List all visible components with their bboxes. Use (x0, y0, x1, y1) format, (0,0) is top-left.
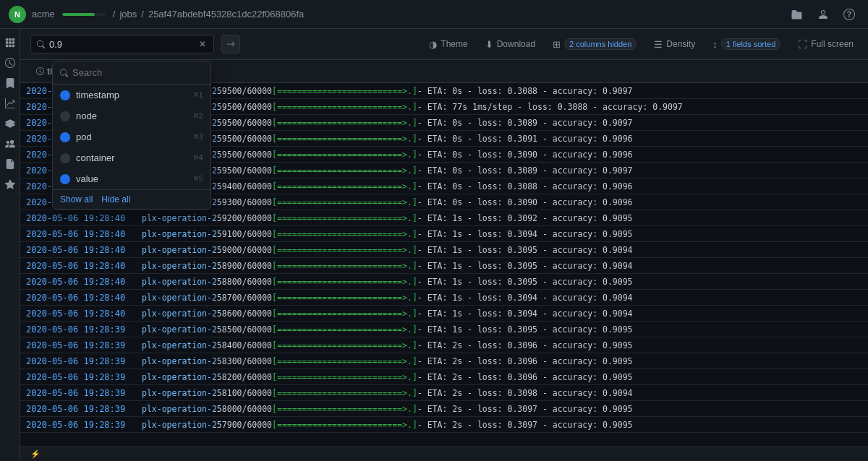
columns-dropdown: timestamp ⌘1 node ⌘2 pod ⌘3 container ⌘4… (52, 61, 211, 210)
search-submit-btn[interactable] (221, 35, 240, 53)
td-timestamp: 2020-05-06 19:28:39 (20, 385, 136, 400)
hide-all-btn[interactable]: Hide all (101, 194, 130, 204)
col-shortcut-value: ⌘5 (194, 174, 203, 184)
download-btn[interactable]: ⬇ Download (481, 36, 540, 53)
td-timestamp: 2020-05-06 19:28:39 (20, 369, 136, 384)
eq-bar: [=========================>.] (272, 388, 417, 398)
metrics: - ETA: 2s - loss: 0.3096 - accuracy: 0.9… (417, 372, 633, 382)
progress: 58600/60000 (217, 309, 272, 319)
dropdown-search-icon (60, 69, 68, 77)
help-icon-btn[interactable] (839, 4, 859, 25)
breadcrumb-sep2: / (141, 9, 144, 20)
app-name-link[interactable]: acme (32, 9, 55, 20)
show-all-btn[interactable]: Show all (60, 194, 93, 204)
dropdown-item-node[interactable]: node ⌘2 (53, 105, 210, 126)
op-name: plx-operation-2 (142, 261, 217, 271)
panel: ✕ ◑ Theme ⬇ Download ⊞ 2 column (20, 29, 868, 461)
op-name: plx-operation-2 (142, 309, 217, 319)
eq-bar: [=========================>.] (272, 86, 417, 96)
col-label-node: node (76, 111, 188, 121)
col-toggle-node[interactable] (60, 111, 70, 121)
theme-icon: ◑ (429, 39, 437, 50)
op-name: plx-operation-2 (142, 372, 217, 382)
td-log: plx-operation-2 59500/60000 [===========… (136, 163, 868, 178)
td-log: plx-operation-2 57900/60000 [===========… (136, 417, 868, 432)
progress: 59500/60000 (217, 86, 272, 96)
metrics: - ETA: 1s - loss: 0.3095 - accuracy: 0.9… (417, 245, 633, 255)
sidebar-icon-grid[interactable] (2, 35, 18, 51)
dropdown-item-value[interactable]: value ⌘5 (53, 168, 210, 189)
jobs-link[interactable]: jobs (119, 9, 137, 20)
fields-badge: 1 fields sorted (721, 38, 780, 50)
progress: 58900/60000 (217, 261, 272, 271)
sidebar-icon-users[interactable] (2, 136, 18, 152)
table-row: 2020-05-06 19:28:40 plx-operation-2 5910… (20, 226, 868, 242)
metrics: - ETA: 1s - loss: 0.3095 - accuracy: 0.9… (417, 324, 633, 335)
eq-bar: [=========================>.] (272, 261, 417, 271)
eq-bar: [=========================>.] (272, 102, 417, 112)
col-toggle-pod[interactable] (60, 132, 70, 142)
breadcrumb: acme / jobs / 25af47abdebf45328c1dc22f06… (32, 9, 304, 20)
op-name: plx-operation-2 (142, 324, 217, 335)
col-toggle-value[interactable] (60, 174, 70, 184)
sidebar (0, 29, 20, 461)
table-row: 2020-05-06 19:28:39 plx-operation-2 5830… (20, 353, 868, 369)
op-name: plx-operation-2 (142, 388, 217, 398)
search-clear-btn[interactable]: ✕ (197, 38, 208, 50)
sidebar-icon-chart[interactable] (2, 95, 18, 111)
columns-btn[interactable]: ⊞ 2 columns hidden (548, 35, 641, 53)
col-label-container: container (76, 152, 188, 163)
search-input[interactable] (49, 39, 193, 50)
td-log: plx-operation-2 58300/60000 [===========… (136, 353, 868, 369)
dropdown-item-timestamp[interactable]: timestamp ⌘1 (53, 85, 210, 105)
metrics: - ETA: 0s - loss: 0.3089 - accuracy: 0.9… (417, 118, 633, 128)
td-log: plx-operation-2 59400/60000 [===========… (136, 178, 868, 194)
metrics: - ETA: 1s - loss: 0.3094 - accuracy: 0.9… (417, 293, 633, 303)
table-row: 2020-05-06 19:28:40 plx-operation-2 5920… (20, 210, 868, 226)
job-id: 25af47abdebf45328c1dc22f068806fa (148, 9, 304, 20)
metrics: - ETA: 0s - loss: 0.3091 - accuracy: 0.9… (417, 134, 633, 144)
breadcrumb-sep1: / (113, 9, 116, 20)
table-row: 2020-05-06 19:28:40 plx-operation-2 5870… (20, 290, 868, 306)
td-log: plx-operation-2 59500/60000 [===========… (136, 147, 868, 162)
density-label: Density (666, 39, 695, 49)
sidebar-icon-file[interactable] (2, 156, 18, 172)
theme-btn[interactable]: ◑ Theme (425, 36, 472, 53)
sidebar-icon-layers[interactable] (2, 116, 18, 132)
td-timestamp: 2020-05-06 19:28:39 (20, 401, 136, 416)
progress: 59500/60000 (217, 118, 272, 128)
dropdown-item-container[interactable]: container ⌘4 (53, 147, 210, 168)
col-toggle-timestamp[interactable] (60, 90, 70, 100)
fullscreen-icon: ⛶ (798, 39, 807, 50)
col-label-value: value (76, 173, 188, 184)
col-toggle-container[interactable] (60, 153, 70, 163)
columns-icon: ⊞ (553, 39, 561, 50)
op-name: plx-operation-2 (142, 404, 217, 414)
density-btn[interactable]: ☰ Density (650, 36, 699, 53)
table-row: 2020-05-06 19:28:40 plx-operation-2 5880… (20, 274, 868, 290)
td-log: plx-operation-2 59500/60000 [===========… (136, 115, 868, 130)
eq-bar: [=========================>.] (272, 150, 417, 160)
folder-icon-btn[interactable] (787, 4, 807, 25)
fullscreen-btn[interactable]: ⛶ Full screen (793, 36, 858, 53)
op-name: plx-operation-2 (142, 356, 217, 366)
metrics: - ETA: 2s - loss: 0.3097 - accuracy: 0.9… (417, 420, 633, 430)
sidebar-icon-star[interactable] (2, 176, 18, 192)
td-log: plx-operation-2 58800/60000 [===========… (136, 274, 868, 289)
sort-icon: ↕ (712, 39, 718, 50)
sidebar-icon-clock[interactable] (2, 55, 18, 71)
fields-btn[interactable]: ↕ 1 fields sorted (708, 35, 785, 53)
progress-bar (62, 13, 106, 16)
progress: 59100/60000 (217, 229, 272, 239)
dropdown-item-pod[interactable]: pod ⌘3 (53, 126, 210, 147)
eq-bar: [=========================>.] (272, 245, 417, 255)
eq-bar: [=========================>.] (272, 324, 417, 335)
dropdown-search-input[interactable] (72, 67, 203, 78)
progress: 58000/60000 (217, 404, 272, 414)
sidebar-icon-bookmark[interactable] (2, 75, 18, 91)
eq-bar: [=========================>.] (272, 197, 417, 207)
td-log: plx-operation-2 58000/60000 [===========… (136, 401, 868, 416)
download-icon: ⬇ (485, 39, 493, 50)
user-icon-btn[interactable] (813, 4, 833, 25)
metrics: - ETA: 1s - loss: 0.3094 - accuracy: 0.9… (417, 309, 633, 319)
